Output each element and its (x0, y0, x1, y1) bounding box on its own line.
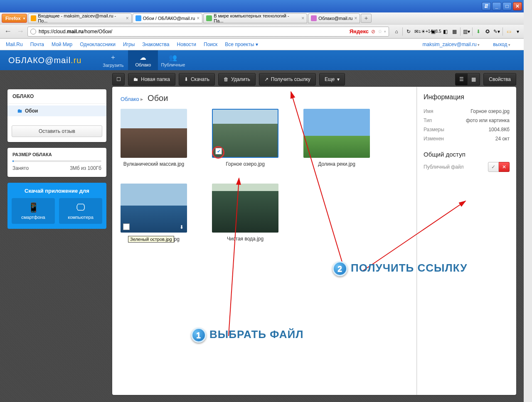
url-text: https://cloud.mail.ru/home/Обои/ (39, 29, 112, 34)
tree-item-oboi[interactable]: 🖿 Обои (7, 105, 106, 116)
favicon-icon (135, 15, 141, 21)
mail-icon[interactable]: ✉1 (414, 28, 421, 35)
download-icon[interactable]: ⬇ (475, 28, 482, 35)
addon-icon[interactable]: ✪ (484, 28, 491, 35)
get-link-button[interactable]: ↗Получить ссылку (259, 73, 316, 86)
promo-smartphone[interactable]: 📱смартфона (12, 198, 55, 224)
file-thumbnail[interactable] (212, 184, 278, 233)
address-bar[interactable]: https://cloud.mail.ru/home/Обои/ Яндекс … (27, 27, 389, 37)
monitor-icon: 🖵 (76, 202, 85, 213)
download-button[interactable]: ⬇Скачать (179, 73, 215, 86)
browser-tab[interactable]: Обои / ОБЛАКО@mail.ru × (133, 13, 203, 23)
window-extra-button[interactable]: ⇵ (482, 2, 491, 10)
info-key: Размеры (424, 127, 444, 132)
header-tab-upload[interactable]: ＋Загрузить (98, 50, 128, 70)
file-name: pg (174, 236, 180, 242)
breadcrumb-root[interactable]: Облако (121, 96, 139, 102)
back-button[interactable]: ← (2, 27, 13, 36)
browser-tab[interactable]: В мире компьютерных технологий - Па... × (203, 13, 307, 23)
feedback-button[interactable]: Оставить отзыв (12, 125, 102, 137)
portal-link[interactable]: Мой Мир (52, 42, 72, 47)
weather-icon[interactable]: ☀+14 (424, 28, 430, 35)
block-icon[interactable]: ⊘ (371, 29, 375, 34)
addon-icon[interactable]: ▦ (451, 28, 458, 35)
view-list-button[interactable]: ☰ (455, 73, 468, 86)
new-tab-button[interactable]: ＋ (361, 14, 372, 23)
portal-link-projects[interactable]: Все проекты ▾ (225, 42, 258, 47)
properties-button[interactable]: Свойства (483, 73, 516, 86)
forward-button[interactable]: → (15, 27, 26, 36)
portal-link[interactable]: Одноклассники (80, 42, 116, 47)
firefox-menu-button[interactable]: Firefox (2, 14, 27, 23)
breadcrumb: Облако ▸ Обои (121, 93, 408, 103)
cloud-logo[interactable]: ОБЛАКО@mail.ru (8, 56, 81, 65)
portal-link[interactable]: Игры (123, 42, 135, 47)
dropdown-icon[interactable]: ▾ (384, 29, 386, 34)
info-key: Изменен (424, 136, 444, 142)
file-thumbnail[interactable] (121, 109, 187, 158)
phone-icon: 📱 (28, 202, 39, 213)
window-maximize-button[interactable]: □ (502, 2, 512, 10)
tab-label: Облако@mail.ru (318, 16, 352, 21)
plus-icon: ＋ (110, 53, 116, 62)
folder-icon: 🖿 (133, 76, 138, 82)
addon-icon[interactable]: ◧ (442, 28, 448, 35)
portal-link[interactable]: Mail.Ru (6, 42, 23, 47)
info-value: Горное озеро.jpg (470, 108, 510, 114)
download-icon[interactable]: ⬇ (180, 224, 184, 230)
share-remove-button[interactable]: ✕ (499, 162, 510, 172)
file-item[interactable]: Чистая вода.jpg (212, 184, 278, 243)
info-title: Информация (424, 93, 510, 101)
tab-close-icon[interactable]: × (197, 15, 200, 21)
header-tab-public[interactable]: 👥Публичные (158, 50, 188, 70)
home-icon[interactable]: ⌂ (393, 28, 400, 35)
file-thumbnail[interactable]: ✔ (212, 109, 278, 158)
portal-navbar: Mail.Ru Почта Мой Мир Одноклассники Игры… (0, 39, 524, 50)
cloud-body: ОБЛАКО 🖿 Обои Оставить отзыв РАЗМЕР ОБЛА… (0, 70, 524, 402)
file-checkbox[interactable]: ✔ (215, 148, 222, 154)
reload-icon[interactable]: ↻ (405, 28, 412, 35)
file-item[interactable]: ✔ Горное озеро.jpg (212, 109, 278, 167)
logout-link[interactable]: выход (493, 42, 510, 47)
rating-icon[interactable]: ▣8.5 (433, 28, 439, 35)
file-item[interactable]: Вулканический массив.jpg (121, 109, 187, 167)
info-value: 1004.8Кб (488, 127, 510, 132)
tab-close-icon[interactable]: × (301, 15, 304, 21)
file-thumbnail[interactable]: ⬇ (121, 184, 187, 233)
file-name: Вулканический массив.jpg (123, 161, 184, 167)
info-value: 24 окт (495, 136, 510, 142)
size-used-value: 3Мб из 100Гб (70, 165, 101, 171)
delete-button[interactable]: 🗑Удалить (218, 73, 256, 86)
browser-tab[interactable]: Входящие - maksim_zaicev@mail.ru - По...… (28, 13, 132, 23)
file-item[interactable]: ⬇ Зеленый остров.jpgpg (121, 184, 187, 243)
bookmark-star-icon[interactable]: ☆ (378, 29, 382, 34)
file-item[interactable]: Долина реки.jpg (303, 109, 370, 167)
header-tab-cloud[interactable]: ☁Облако (128, 50, 158, 70)
user-menu[interactable]: maksim_zaicev@mail.ru (422, 42, 480, 47)
file-thumbnail[interactable] (303, 109, 370, 158)
portal-link[interactable]: Почта (30, 42, 44, 47)
promo-desktop[interactable]: 🖵компьютера (59, 198, 102, 224)
tab-close-icon[interactable]: × (126, 15, 129, 21)
share-confirm-button[interactable]: ✓ (488, 162, 499, 172)
addon-icon[interactable]: ▭ (505, 28, 512, 35)
folder-tree-box: ОБЛАКО 🖿 Обои Оставить отзыв (7, 89, 106, 142)
window-close-button[interactable]: ✕ (513, 2, 522, 10)
portal-link[interactable]: Новости (177, 42, 196, 47)
favicon-icon (206, 15, 212, 21)
tab-close-icon[interactable]: × (354, 15, 357, 21)
breadcrumb-current: Обои (148, 93, 168, 103)
addon-icon[interactable]: ▾ (515, 28, 521, 35)
view-grid-button[interactable]: ▦ (468, 73, 480, 86)
info-value: фото или картинка (466, 118, 510, 123)
window-minimize-button[interactable]: _ (492, 2, 501, 10)
select-all-checkbox[interactable]: ☐ (112, 73, 125, 86)
new-folder-button[interactable]: 🖿Новая папка (128, 73, 175, 86)
addon-icon[interactable]: ✎▾ (493, 28, 500, 35)
portal-link[interactable]: Поиск (204, 42, 217, 47)
addon-icon[interactable]: ▥▾ (463, 28, 470, 35)
more-button[interactable]: Еще▾ (319, 73, 345, 86)
portal-link[interactable]: Знакомства (142, 42, 169, 47)
browser-tab[interactable]: Облако@mail.ru × (308, 13, 360, 23)
file-checkbox[interactable] (123, 223, 130, 230)
